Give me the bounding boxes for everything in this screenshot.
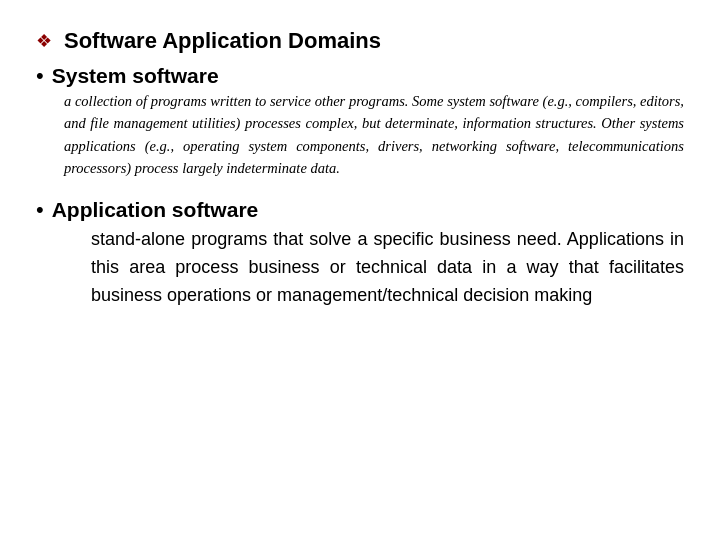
bullet-dot-1: • <box>36 65 44 87</box>
bullet-heading-application: • Application software <box>36 198 684 222</box>
bullet-dot-2: • <box>36 199 44 221</box>
main-heading: ❖ Software Application Domains <box>36 28 684 54</box>
system-software-title: System software <box>52 64 219 88</box>
section-system-software: • System software a collection of progra… <box>36 64 684 180</box>
diamond-icon: ❖ <box>36 30 52 52</box>
application-software-title: Application software <box>52 198 259 222</box>
slide: ❖ Software Application Domains • System … <box>0 0 720 540</box>
section-application-software: • Application software stand-alone progr… <box>36 198 684 310</box>
main-heading-text: Software Application Domains <box>64 28 381 54</box>
system-software-body: a collection of programs written to serv… <box>64 90 684 180</box>
application-software-body: stand-alone programs that solve a specif… <box>91 226 684 310</box>
bullet-heading-system: • System software <box>36 64 684 88</box>
